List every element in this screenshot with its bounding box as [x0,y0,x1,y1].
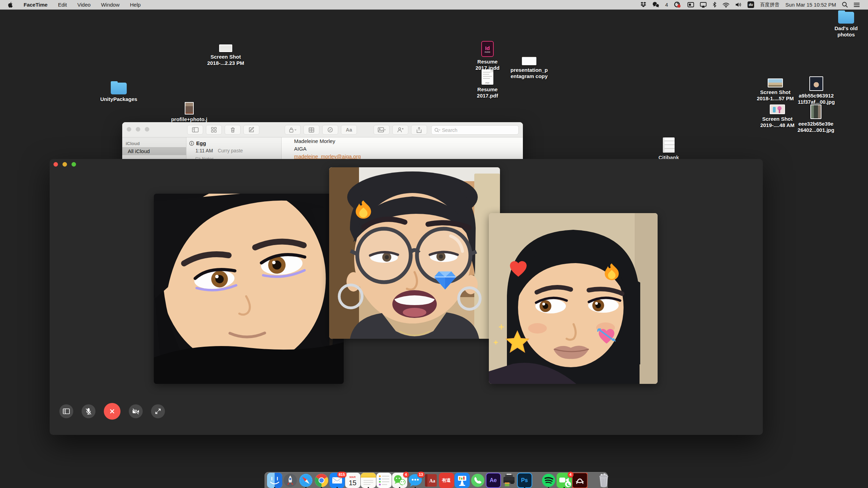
dock-wechat-icon[interactable]: 4 [392,473,407,488]
notes-search-field[interactable] [431,125,519,135]
notification-center-icon[interactable] [854,2,860,7]
apple-menu-icon[interactable] [8,2,13,8]
menu-help[interactable]: Help [130,2,141,8]
dropbox-icon[interactable] [640,2,646,8]
checklist-button[interactable] [322,125,338,135]
wechat-status-icon[interactable] [652,2,659,8]
note-time: 1:11 AM [195,148,213,153]
note-title: Egg [196,140,206,146]
zoom-button[interactable] [72,162,76,167]
pdf-file-icon: PDF [482,69,493,85]
fullscreen-button[interactable] [151,404,165,418]
menu-edit[interactable]: Edit [58,2,67,8]
zoom-button[interactable] [145,127,149,132]
bluetooth-icon[interactable] [712,2,717,8]
desktop-icon-dads-old-photos[interactable]: Dad's oldphotos [818,12,868,38]
baidu-input-icon[interactable]: du [748,1,754,8]
dock-trash-icon[interactable] [596,473,611,488]
note-snippet: Curry paste [218,148,243,153]
folder-icon [838,12,854,24]
share-note-collaborate-button[interactable] [392,125,408,135]
note-line-org: AIGA [294,145,523,153]
note-line-name: Madeleine Morley [294,137,523,145]
presentation-file-icon [522,57,536,65]
close-button[interactable] [127,127,131,132]
insert-table-button[interactable] [303,125,319,135]
share-button[interactable] [411,125,427,135]
wechat-badge: 4 [403,472,409,478]
dock-reminders-icon[interactable] [376,473,392,488]
mail-badge: 815 [337,472,346,478]
participant-video-tile-middle [329,167,500,339]
dock-after-effects-icon[interactable]: Ae [486,473,501,488]
spotlight-search-icon[interactable] [842,2,848,8]
mute-button[interactable] [82,404,95,418]
dock-facetime-icon[interactable]: 4 [557,473,572,488]
text-format-button[interactable]: Aa [341,125,357,135]
dock-messages-icon[interactable]: 13 [408,473,423,488]
dock-printer-icon[interactable] [501,473,517,488]
svg-text:Aa: Aa [429,478,435,483]
dock-safari-icon[interactable] [298,473,314,488]
note-email-link[interactable]: madeleine_morley@aiga.org [294,153,361,159]
desktop-icon-profile-photo[interactable]: profile+photo.j [161,102,217,123]
camera-off-button[interactable] [129,404,143,418]
bartender-icon[interactable] [687,2,694,7]
photo-thumbnail-icon [809,76,823,91]
dock-whatsapp-icon[interactable] [470,473,485,488]
dock-dictionary-icon[interactable]: Aa [423,473,439,488]
dock: 815 MAR 15 4 13 Aa 有道 Ae [265,472,608,488]
dock-acrobat-icon[interactable] [572,473,587,488]
notes-toolbar: Aa [122,122,523,137]
sidebar-toggle-button[interactable] [59,404,73,418]
desktop-icon-a9b55-jpg[interactable]: a9b55c96391211f37af...00.jpg [788,76,844,105]
volume-icon[interactable] [735,2,742,7]
desktop-icon-screenshot-223pm[interactable]: Screen Shot2018-...2.23 PM [198,44,253,66]
document-icon [663,137,675,153]
folder-icon [111,83,127,94]
participant-video-tile-left [154,194,344,384]
dock-chrome-icon[interactable] [314,473,329,488]
photo-thumbnail-icon [810,104,821,119]
close-button[interactable] [53,162,58,167]
screen-recording-status-icon[interactable] [674,2,682,8]
dock-finder-icon[interactable] [267,473,282,488]
screenshot-thumbnail-icon [770,104,785,114]
toggle-sidebar-button[interactable] [187,125,203,135]
dock-calendar-icon[interactable]: MAR 15 [345,473,360,488]
end-call-button[interactable] [104,403,120,420]
dock-notes-icon[interactable] [361,473,376,488]
desktop-icon-eee32-jpg[interactable]: eee32b65e39e26402...001.jpg [788,104,844,133]
desktop-icon-citibank[interactable]: Citibank [641,137,696,161]
dock-spotify-icon[interactable] [541,473,556,488]
airplay-display-icon[interactable] [700,2,707,8]
minimize-button[interactable] [62,162,67,167]
dock-launchpad-icon[interactable] [283,473,298,488]
dock-keynote-icon[interactable] [454,473,470,488]
menu-video[interactable]: Video [77,2,91,8]
sidebar-section-label: iCloud [126,141,140,146]
facetime-window [50,159,763,435]
delete-note-button[interactable] [225,125,241,135]
dock-mail-icon[interactable]: 815 [329,473,345,488]
search-input[interactable] [442,127,504,133]
desktop-icon-unitypackages[interactable]: UnityPackages [91,83,147,102]
menu-window[interactable]: Window [101,2,119,8]
facetime-controls [59,403,165,420]
note-list-item[interactable]: Egg [189,140,206,146]
gallery-view-button[interactable] [206,125,222,135]
sidebar-item-all-icloud[interactable]: All iCloud [122,147,186,155]
messages-badge: 13 [417,472,424,478]
insert-media-button[interactable] [374,125,390,135]
input-method-label[interactable]: 百度拼音 [760,2,779,8]
dock-photoshop-icon[interactable]: Ps [517,473,532,488]
lock-note-button[interactable] [285,125,301,135]
photo-thumbnail-icon [185,102,194,115]
desktop-icon-resume-pdf[interactable]: PDF Resume2017.pdf [460,69,515,99]
minimize-button[interactable] [136,127,140,132]
dock-youdao-dict-icon[interactable]: 有道 [439,473,454,488]
menu-clock[interactable]: Sun Mar 15 10:52 PM [785,2,836,8]
app-menu-facetime[interactable]: FaceTime [24,2,48,8]
compose-note-button[interactable] [243,125,259,135]
wifi-icon[interactable] [723,2,729,8]
